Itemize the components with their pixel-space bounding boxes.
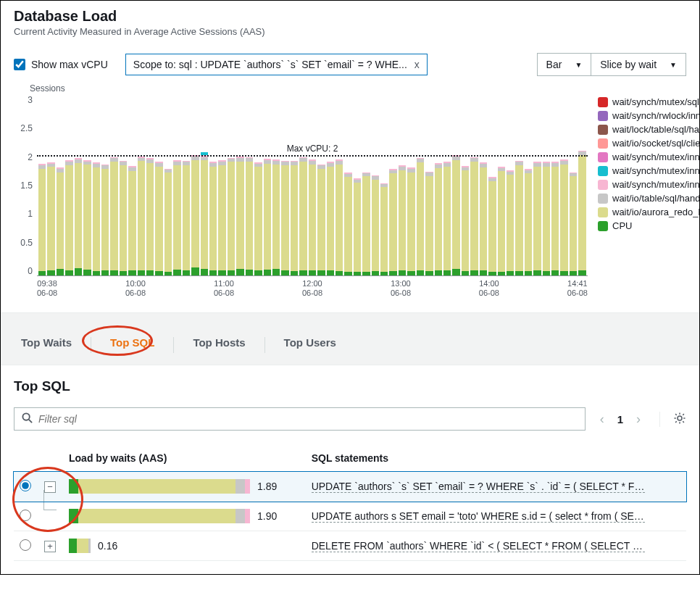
load-value: 1.89 [257, 481, 277, 492]
max-vcpu-label: Max vCPU: 2 [284, 144, 341, 154]
sql-statement[interactable]: UPDATE authors s SET email = 'toto' WHER… [312, 510, 645, 523]
page-title: Database Load [14, 8, 686, 25]
chart-type-label: Bar [546, 59, 562, 70]
scope-filter-token[interactable]: Scope to: sql : UPDATE `authors` `s` SET… [125, 54, 428, 75]
table-row[interactable]: +0.16DELETE FROM `authors` WHERE `id` < … [14, 531, 686, 561]
gear-icon[interactable] [673, 415, 686, 427]
scope-filter-text: Scope to: sql : UPDATE `authors` `s` SET… [133, 59, 407, 70]
row-select-radio[interactable] [20, 539, 31, 551]
svg-point-0 [22, 414, 29, 420]
col-load: Load by waits (AAS) [63, 445, 306, 472]
tab-top-hosts[interactable]: Top Hosts [186, 332, 252, 357]
tab-top-users[interactable]: Top Users [277, 332, 343, 357]
tab-top-sql[interactable]: Top SQL [103, 332, 162, 357]
row-select-radio[interactable] [20, 510, 31, 521]
col-sql: SQL statements [306, 445, 686, 472]
sql-statement[interactable]: DELETE FROM `authors` WHERE `id` < ( SEL… [312, 540, 645, 552]
chart-bars: Max vCPU: 2 [37, 95, 588, 276]
pager: ‹ 1 › [600, 412, 641, 427]
load-value: 1.90 [257, 510, 277, 522]
max-vcpu-line: Max vCPU: 2 [37, 155, 588, 157]
page-number: 1 [617, 413, 623, 425]
show-max-vcpu-label: Show max vCPU [31, 59, 108, 70]
top-sql-table: Load by waits (AAS) SQL statements −1.89… [14, 445, 686, 561]
slice-by-label: Slice by wait [600, 59, 657, 70]
page-prev-button[interactable]: ‹ [600, 412, 604, 427]
page-subtitle: Current Activity Measured in Average Act… [14, 26, 686, 37]
tab-separator [264, 337, 265, 353]
table-row[interactable]: −1.89UPDATE `authors` `s` SET `email` = … [14, 472, 686, 502]
chevron-down-icon: ▼ [670, 61, 677, 69]
load-value: 0.16 [98, 540, 117, 552]
close-icon[interactable]: x [414, 59, 420, 70]
filter-sql-field[interactable] [14, 407, 586, 431]
tab-strip: Top Waits Top SQL Top Hosts Top Users [1, 312, 699, 365]
filter-sql-input[interactable] [38, 413, 578, 425]
tab-separator [91, 337, 91, 353]
tab-separator [173, 337, 174, 353]
svg-line-1 [29, 420, 32, 423]
page-next-button[interactable]: › [636, 412, 641, 427]
show-max-vcpu-input[interactable] [14, 59, 25, 70]
table-row[interactable]: 1.90UPDATE authors s SET email = 'toto' … [14, 502, 686, 531]
slice-by-select[interactable]: Slice by wait ▼ [591, 53, 686, 76]
chevron-down-icon: ▼ [575, 61, 582, 69]
show-max-vcpu-checkbox[interactable]: Show max vCPU [14, 59, 108, 70]
sql-statement[interactable]: UPDATE `authors` `s` SET `email` = ? WHE… [312, 481, 645, 493]
row-select-radio[interactable] [20, 480, 31, 491]
chart-legend: wait/synch/mutex/sql/wait/synch/rwlock/i… [598, 96, 699, 234]
y-axis-ticks: 32.521.510.50 [14, 95, 37, 276]
tab-top-waits[interactable]: Top Waits [14, 332, 79, 357]
x-axis-ticks: 09:3806-0810:0006-0811:0006-0812:0006-08… [37, 279, 588, 298]
expand-icon[interactable]: + [44, 541, 56, 552]
section-heading: Top SQL [14, 378, 686, 394]
search-icon [22, 412, 33, 425]
y-axis-label: Sessions [30, 83, 686, 94]
chart-type-select[interactable]: Bar ▼ [537, 53, 592, 76]
